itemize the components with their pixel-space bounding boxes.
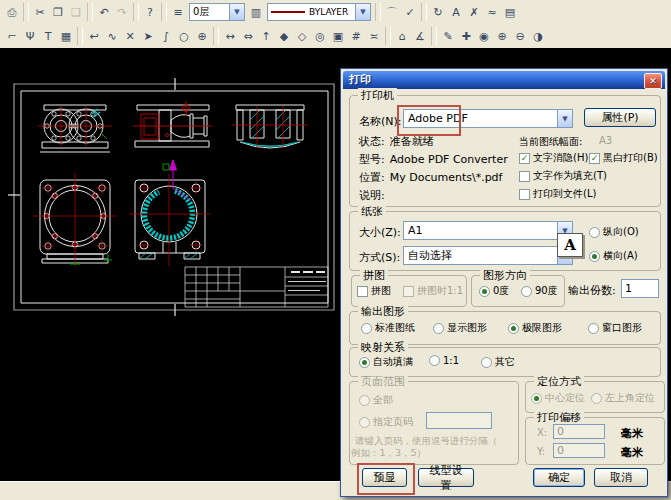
radio-0-degrees[interactable]: 0度 xyxy=(479,284,509,298)
cut-icon[interactable]: ✂ xyxy=(31,3,49,21)
node-circle-icon[interactable]: ○ xyxy=(175,27,193,45)
fillet-icon[interactable]: ⌒ xyxy=(383,3,401,21)
zoom-out-icon[interactable]: ⊖ xyxy=(511,27,529,45)
cad-view-bottom-middle xyxy=(130,160,210,266)
copy-icon[interactable]: ❐ xyxy=(49,3,67,21)
pan-view-icon[interactable]: ✚ xyxy=(457,27,475,45)
curve-pick-icon[interactable]: Ψ xyxy=(21,27,39,45)
text-tool-icon[interactable]: T xyxy=(39,27,57,45)
radio-90-degrees[interactable]: 90度 xyxy=(521,284,558,298)
help-icon[interactable]: ? xyxy=(141,3,159,21)
radio-specify-pages: 指定页码 xyxy=(359,415,413,429)
break-line-icon[interactable]: ✕ xyxy=(121,27,139,45)
radio-portrait[interactable]: 纵向(O) xyxy=(589,225,639,239)
find-text-icon[interactable]: ⌂ xyxy=(393,27,411,45)
ok-button[interactable]: 确定 xyxy=(533,468,585,487)
zoom-in-icon[interactable]: ⊕ xyxy=(493,27,511,45)
preview-button[interactable]: 预显 xyxy=(362,468,407,487)
endpoint-snap-icon[interactable]: ✓ xyxy=(401,3,419,21)
radio-standard-sheet[interactable]: 标准图纸 xyxy=(361,321,415,335)
radio-auto-fill[interactable]: 自动填满 xyxy=(359,355,413,369)
zoom-dynamic-icon[interactable]: ◉ xyxy=(475,27,493,45)
redo-icon[interactable]: ↷ xyxy=(113,3,131,21)
checkbox-text-hide[interactable]: ✓ 文字消隐(H) xyxy=(519,151,588,165)
dim-horizontal-icon[interactable]: ↔ xyxy=(221,27,239,45)
radio-icon xyxy=(359,417,370,428)
layer-combo[interactable]: 0层 ▼ xyxy=(189,3,245,21)
current-paper-label: 当前图纸幅面: xyxy=(519,135,582,149)
toolbar-separator xyxy=(87,3,93,21)
color-combo-value: BYLAYER xyxy=(309,7,355,17)
title-block xyxy=(185,267,328,307)
checkbox-checked-icon: ✓ xyxy=(519,153,530,164)
printer-name-value: Adobe PDF xyxy=(408,112,557,125)
wave-line-icon[interactable]: ∿ xyxy=(103,27,121,45)
redline-pencil-icon[interactable]: ✎ xyxy=(439,27,457,45)
layer-settings-icon[interactable]: ▥ xyxy=(247,3,265,21)
radio-window-graphics[interactable]: 窗口图形 xyxy=(588,321,642,335)
toolbar-separator xyxy=(133,3,139,21)
checkbox-tile[interactable]: 拼图 xyxy=(357,284,391,298)
center-mark-icon[interactable]: ⊕ xyxy=(193,27,211,45)
radio-landscape[interactable]: 横向(A) xyxy=(589,249,638,263)
radio-icon xyxy=(359,357,370,368)
radio-extents-graphics[interactable]: 极限图形 xyxy=(508,321,562,335)
radio-display-graphics[interactable]: 显示图形 xyxy=(433,321,487,335)
linetype-settings-button[interactable]: 线型设置 xyxy=(418,468,474,487)
dialog-titlebar[interactable]: 打印 ✕ xyxy=(343,71,665,89)
checkbox-icon xyxy=(357,286,368,297)
chevron-down-icon[interactable]: ▼ xyxy=(355,4,370,20)
properties-button[interactable]: 属性(P) xyxy=(584,108,656,127)
copies-input[interactable] xyxy=(621,279,659,298)
print-icon[interactable]: ⎙ xyxy=(3,3,21,21)
checkbox-bw-print[interactable]: ✓ 黑白打印(B) xyxy=(589,151,658,165)
radio-icon xyxy=(481,357,492,368)
cad-view-top-right xyxy=(232,105,308,148)
view-rotate-icon[interactable]: ↻ xyxy=(429,3,447,21)
undo-curve-icon[interactable]: ↩ xyxy=(85,27,103,45)
dim-grid-icon[interactable]: # xyxy=(347,27,365,45)
radio-other-scale[interactable]: 其它 xyxy=(481,355,515,369)
paper-mode-combo[interactable]: 自动选择 ▼ xyxy=(403,246,573,265)
toolbar-separator xyxy=(385,27,391,45)
delete-tool-icon[interactable]: ✗ xyxy=(465,3,483,21)
checkbox-checked-icon: ✓ xyxy=(589,153,600,164)
snap-settings-icon[interactable]: ≈ xyxy=(483,3,501,21)
radio-icon xyxy=(359,395,370,406)
offset-x-input xyxy=(553,424,605,439)
dim-tolerance-icon[interactable]: ◇ xyxy=(293,27,311,45)
chevron-down-icon[interactable]: ▼ xyxy=(557,110,572,127)
paper-size-combo[interactable]: A1 ▼ xyxy=(403,221,573,240)
undo-icon[interactable]: ↶ xyxy=(95,3,113,21)
pointer-icon[interactable]: ➤ xyxy=(139,27,157,45)
checkbox-print-to-file[interactable]: 打印到文件(L) xyxy=(519,187,596,201)
dim-center-icon[interactable]: ◎ xyxy=(311,27,329,45)
new-doc-icon[interactable]: ▤ xyxy=(501,3,519,21)
chevron-down-icon[interactable]: ▼ xyxy=(229,4,244,20)
color-combo[interactable]: BYLAYER ▼ xyxy=(267,3,371,21)
spline-icon[interactable]: ∫ xyxy=(157,27,175,45)
radio-icon xyxy=(588,323,599,334)
dim-diamond-icon[interactable]: ◆ xyxy=(275,27,293,45)
dim-baseline-icon[interactable]: ≍ xyxy=(365,27,383,45)
cancel-button[interactable]: 取消 xyxy=(594,468,648,487)
toolbar-separator xyxy=(431,27,437,45)
paper-size-label: 大小(Z): xyxy=(359,225,401,240)
radio-icon xyxy=(589,227,600,238)
checkbox-text-fill[interactable]: 文字作为填充(T) xyxy=(519,169,607,183)
cad-view-bottom-left xyxy=(33,173,117,266)
zoom-window-icon[interactable]: ◑ xyxy=(529,27,547,45)
node-edit-icon[interactable]: ⌐ xyxy=(3,27,21,45)
raster-tool-icon[interactable]: ▦ xyxy=(57,27,75,45)
dim-box-icon[interactable]: ▣ xyxy=(329,27,347,45)
close-button[interactable]: ✕ xyxy=(644,73,662,89)
printer-name-label: 名称(N): xyxy=(359,114,402,129)
dim-parallel-icon[interactable]: ⇔ xyxy=(239,27,257,45)
text-style-icon[interactable]: A xyxy=(447,3,465,21)
radio-1to1[interactable]: 1:1 xyxy=(429,355,459,366)
dim-vertical-icon[interactable]: ↑ xyxy=(257,27,275,45)
layers-icon[interactable]: ≡ xyxy=(169,3,187,21)
paste-icon[interactable]: ❏ xyxy=(67,3,85,21)
angle-measure-icon[interactable]: ∡ xyxy=(411,27,429,45)
printer-name-combo[interactable]: Adobe PDF ▼ xyxy=(403,109,573,128)
